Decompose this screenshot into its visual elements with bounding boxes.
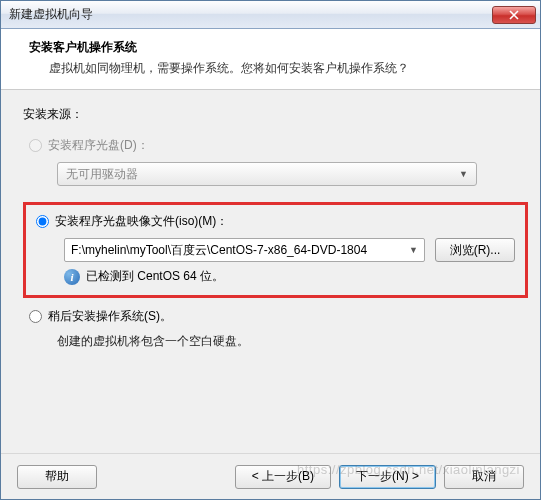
back-button[interactable]: < 上一步(B) [235,465,331,489]
titlebar: 新建虚拟机向导 [1,1,540,29]
chevron-down-icon[interactable]: ▼ [409,245,418,255]
next-button[interactable]: 下一步(N) > [339,465,436,489]
detection-info: i 已检测到 CentOS 64 位。 [64,268,515,285]
browse-label: 浏览(R)... [450,242,501,259]
disc-dropdown-value: 无可用驱动器 [66,166,138,183]
chevron-down-icon: ▼ [459,169,468,179]
cancel-button[interactable]: 取消 [444,465,524,489]
iso-path-value: F:\myhelin\myTool\百度云\CentOS-7-x86_64-DV… [71,242,367,259]
radio-iso[interactable]: 安装程序光盘映像文件(iso)(M)： [36,213,515,230]
radio-later[interactable]: 稍后安装操作系统(S)。 [29,308,522,325]
wizard-header: 安装客户机操作系统 虚拟机如同物理机，需要操作系统。您将如何安装客户机操作系统？ [1,29,540,90]
install-source-label: 安装来源： [23,106,522,123]
wizard-window: 新建虚拟机向导 安装客户机操作系统 虚拟机如同物理机，需要操作系统。您将如何安装… [0,0,541,500]
install-source-group: 安装程序光盘(D)： 无可用驱动器 ▼ 安装程序光盘映像文件(iso)(M)： … [29,137,522,350]
radio-iso-input[interactable] [36,215,49,228]
help-button[interactable]: 帮助 [17,465,97,489]
browse-button[interactable]: 浏览(R)... [435,238,515,262]
disc-dropdown: 无可用驱动器 ▼ [57,162,477,186]
radio-disc[interactable]: 安装程序光盘(D)： [29,137,522,154]
radio-later-label: 稍后安装操作系统(S)。 [48,308,172,325]
detection-text: 已检测到 CentOS 64 位。 [86,268,224,285]
radio-later-input[interactable] [29,310,42,323]
highlight-box: 安装程序光盘映像文件(iso)(M)： F:\myhelin\myTool\百度… [23,202,528,298]
radio-disc-input [29,139,42,152]
wizard-footer: 帮助 < 上一步(B) 下一步(N) > 取消 [1,453,540,499]
header-title: 安装客户机操作系统 [29,39,522,56]
window-title: 新建虚拟机向导 [9,6,492,23]
later-note: 创建的虚拟机将包含一个空白硬盘。 [57,333,522,350]
radio-disc-label: 安装程序光盘(D)： [48,137,149,154]
iso-path-combo[interactable]: F:\myhelin\myTool\百度云\CentOS-7-x86_64-DV… [64,238,425,262]
wizard-body: 安装来源： 安装程序光盘(D)： 无可用驱动器 ▼ 安装程序光盘映像文件(iso… [1,90,540,470]
iso-row: F:\myhelin\myTool\百度云\CentOS-7-x86_64-DV… [64,238,515,262]
header-subtitle: 虚拟机如同物理机，需要操作系统。您将如何安装客户机操作系统？ [29,60,522,77]
close-icon [509,10,519,20]
radio-iso-label: 安装程序光盘映像文件(iso)(M)： [55,213,228,230]
close-button[interactable] [492,6,536,24]
info-icon: i [64,269,80,285]
